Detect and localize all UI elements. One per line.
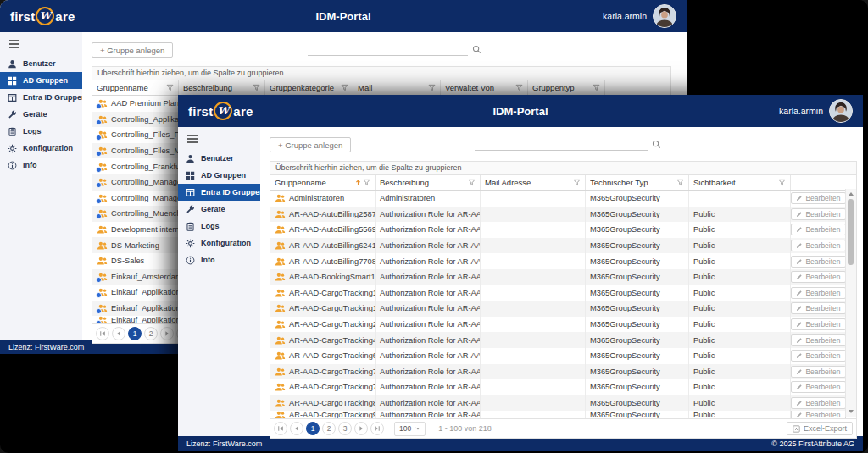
page-number-2[interactable]: 2: [144, 327, 158, 340]
column-header-mail[interactable]: Mail: [353, 80, 441, 95]
edit-button[interactable]: Bearbeiten: [791, 256, 845, 268]
group-by-bar[interactable]: Überschrift hierhin ziehen, um die Spalt…: [92, 67, 670, 80]
create-group-button[interactable]: + Gruppe anlegen: [92, 42, 173, 58]
create-group-button[interactable]: + Gruppe anlegen: [270, 137, 351, 152]
table-row[interactable]: AR-AAD-AutoBilling5569Authorization Role…: [270, 222, 856, 238]
page-size-select[interactable]: 100: [394, 422, 426, 436]
column-header-gruppenname[interactable]: Gruppenname: [92, 80, 179, 95]
avatar[interactable]: [829, 99, 853, 123]
sidebar-item-logs[interactable]: Logs: [0, 123, 82, 140]
page-number-1[interactable]: 1: [306, 422, 320, 435]
group-name-cell: Administratoren: [270, 191, 376, 207]
sidebar-item-benutzer[interactable]: Benutzer: [178, 150, 260, 167]
first-page-button[interactable]: [96, 327, 109, 340]
sidebar-item-ger-te[interactable]: Geräte: [0, 106, 82, 123]
mail-cell: [481, 285, 586, 301]
excel-export-button[interactable]: Excel-Export: [787, 422, 853, 435]
scrollbar-thumb[interactable]: [848, 199, 854, 265]
scrollbar-track[interactable]: [846, 199, 856, 406]
table-row[interactable]: AR-AAD-CargoTracking931Authorization Rol…: [270, 411, 856, 418]
page-next-icon: [164, 330, 170, 337]
edit-button[interactable]: Bearbeiten: [791, 302, 845, 314]
sidebar-item-ger-te[interactable]: Geräte: [178, 201, 260, 218]
table-row[interactable]: AdministratorenAdministratorenM365GroupS…: [270, 191, 856, 207]
menu-icon[interactable]: [178, 131, 207, 150]
user-menu[interactable]: karla.armin: [779, 99, 853, 123]
last-page-button[interactable]: [370, 422, 384, 435]
edit-button[interactable]: Bearbeiten: [791, 271, 845, 283]
edit-button[interactable]: Bearbeiten: [791, 411, 845, 418]
technical-type-cell: M365GroupSecurity: [586, 348, 689, 364]
group-icon: [97, 194, 108, 202]
edit-button[interactable]: Bearbeiten: [791, 192, 845, 204]
sidebar-item-label: Logs: [23, 127, 42, 135]
edit-button[interactable]: Bearbeiten: [791, 334, 845, 346]
sidebar-item-benutzer[interactable]: Benutzer: [0, 55, 82, 72]
page-number-2[interactable]: 2: [322, 422, 336, 435]
sidebar-item-entra-id-gruppen[interactable]: Entra ID Gruppen: [178, 184, 260, 201]
edit-button[interactable]: Bearbeiten: [791, 208, 845, 220]
sidebar: BenutzerAD GruppenEntra ID GruppenGeräte…: [0, 32, 82, 340]
group-name-cell: Controlling_Files_Muenchen: [92, 143, 179, 159]
table-row[interactable]: AR-AAD-AutoBilling7708Authorization Role…: [270, 253, 856, 269]
table-row[interactable]: AR-AAD-CargoTracking8131Authorization Ro…: [270, 395, 856, 412]
previous-page-button[interactable]: [112, 327, 125, 340]
sidebar-item-ad-gruppen[interactable]: AD Gruppen: [0, 72, 82, 89]
sidebar-item-konfiguration[interactable]: Konfiguration: [0, 140, 82, 157]
column-header-technischer-typ[interactable]: Technischer Typ: [586, 175, 689, 190]
table-row[interactable]: AR-AAD-CargoTracking7010Authorization Ro…: [270, 364, 856, 380]
edit-button[interactable]: Bearbeiten: [791, 397, 845, 409]
edit-button[interactable]: Bearbeiten: [791, 224, 845, 235]
sidebar-item-info[interactable]: Info: [178, 251, 260, 268]
group-by-bar[interactable]: Überschrift hierhin ziehen, um die Spalt…: [270, 162, 856, 175]
sidebar-item-ad-gruppen[interactable]: AD Gruppen: [178, 167, 260, 184]
user-menu[interactable]: karla.armin: [603, 4, 676, 28]
group-name-cell: Controlling_Frankfurt: [92, 158, 179, 174]
column-header-gruppentyp[interactable]: Gruppentyp: [528, 80, 605, 95]
edit-button[interactable]: Bearbeiten: [791, 287, 845, 299]
column-header-gruppenname[interactable]: Gruppenname: [270, 175, 376, 190]
sidebar-item-konfiguration[interactable]: Konfiguration: [178, 235, 260, 251]
avatar[interactable]: [653, 4, 676, 28]
edit-button[interactable]: Bearbeiten: [791, 381, 845, 393]
menu-icon[interactable]: [0, 36, 29, 55]
scroll-up-icon[interactable]: [848, 191, 854, 197]
next-page-button[interactable]: [354, 422, 368, 435]
previous-page-button[interactable]: [290, 422, 303, 435]
table-row[interactable]: AR-AAD-CargoTracking1489Authorization Ro…: [270, 301, 856, 317]
sidebar-item-entra-id-gruppen[interactable]: Entra ID Gruppen: [0, 89, 82, 106]
scroll-down-icon[interactable]: [848, 408, 854, 415]
table-row[interactable]: AR-AAD-CargoTracking7635Authorization Ro…: [270, 379, 856, 395]
table-row[interactable]: AR-AAD-BookingSmart1655Authorization Rol…: [270, 269, 856, 285]
search-input[interactable]: [308, 41, 468, 56]
table-row[interactable]: AR-AAD-CargoTracking6722Authorization Ro…: [270, 348, 856, 364]
column-header-beschreibung[interactable]: Beschreibung: [376, 175, 481, 190]
table-row[interactable]: AR-AAD-CargoTracking2230Authorization Ro…: [270, 317, 856, 333]
column-header-gruppenkategorie[interactable]: Gruppenkategorie: [265, 80, 353, 95]
page-number-1[interactable]: 1: [128, 327, 142, 340]
table-row[interactable]: AR-AAD-AutoBilling2587Authorization Role…: [270, 207, 856, 223]
column-header-sichtbarkeit[interactable]: Sichtbarkeit: [689, 175, 791, 190]
column-header-label: Gruppenname: [97, 83, 166, 92]
column-header-beschreibung[interactable]: Beschreibung: [179, 80, 265, 95]
sidebar-item-logs[interactable]: Logs: [178, 218, 260, 235]
edit-button[interactable]: Bearbeiten: [791, 366, 845, 378]
table-row[interactable]: AR-AAD-CargoTracking4333Authorization Ro…: [270, 332, 856, 348]
edit-button[interactable]: Bearbeiten: [791, 240, 845, 251]
table-row[interactable]: AR-AAD-AutoBilling6241Authorization Role…: [270, 238, 856, 254]
group-icon: [275, 289, 286, 297]
table-row[interactable]: AR-AAD-CargoTracking1475Authorization Ro…: [270, 285, 856, 301]
vertical-scrollbar[interactable]: [845, 189, 856, 417]
visibility-cell: Public: [689, 395, 791, 412]
page-title: IDM-Portal: [178, 105, 863, 118]
next-page-button[interactable]: [160, 327, 174, 340]
column-header-label: Beschreibung: [380, 178, 468, 187]
edit-button[interactable]: Bearbeiten: [791, 350, 845, 362]
search-input[interactable]: [475, 136, 648, 151]
page-number-3[interactable]: 3: [338, 422, 352, 435]
first-page-button[interactable]: [274, 422, 287, 435]
sidebar-item-info[interactable]: Info: [0, 157, 82, 174]
edit-button[interactable]: Bearbeiten: [791, 318, 845, 330]
column-header-verwaltet-von[interactable]: Verwaltet Von: [441, 80, 528, 95]
column-header-mail-adresse[interactable]: Mail Adresse: [481, 175, 586, 190]
